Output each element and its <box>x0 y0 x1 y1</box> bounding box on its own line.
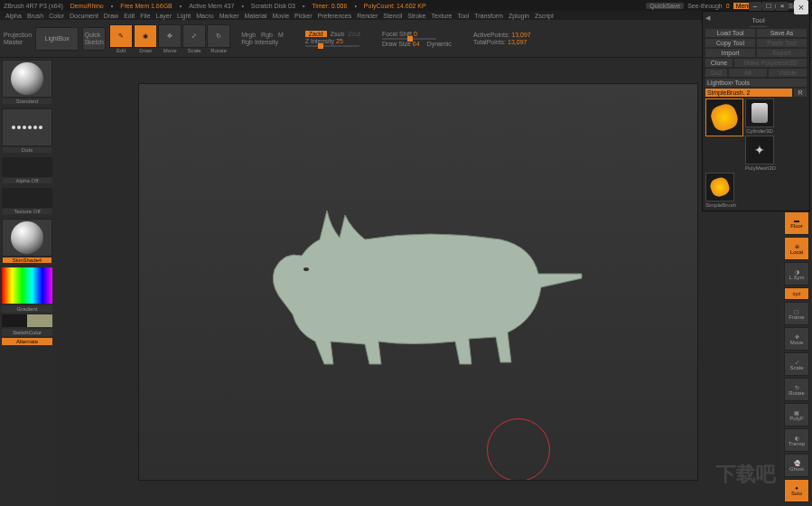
top-shelf: ProjectionMaster LightBox QuickSketch ✎E… <box>0 20 812 58</box>
draw-button[interactable]: ◉ <box>134 24 157 48</box>
minimize-button[interactable]: – <box>749 2 761 11</box>
goz-visible-button[interactable]: Visible <box>769 69 807 77</box>
lightbox-tools-button[interactable]: Lightbox› Tools <box>705 79 807 87</box>
z-intensity-slider[interactable] <box>305 45 359 47</box>
menu-texture[interactable]: Texture <box>431 13 452 19</box>
rotate-button[interactable]: ↻ <box>207 24 230 48</box>
edit-button[interactable]: ✎ <box>109 24 133 48</box>
alternate-button[interactable]: Alternate <box>2 338 52 345</box>
stroke-preview[interactable]: Dots <box>2 108 52 146</box>
menu-render[interactable]: Render <box>357 13 378 19</box>
save-as-button[interactable]: Save As <box>757 29 807 37</box>
nav-move-button[interactable]: ✥Move <box>784 327 809 351</box>
material-preview[interactable]: SkinShade4 <box>2 219 52 257</box>
menu-zplugin[interactable]: Zplugin <box>509 13 529 19</box>
transp-button[interactable]: ◐Transp <box>784 428 809 452</box>
canvas[interactable] <box>138 83 698 481</box>
export-button[interactable]: Export <box>757 49 807 57</box>
zsub-button[interactable]: Zsub <box>331 31 345 37</box>
gradient-button[interactable]: Gradient <box>2 305 52 313</box>
alpha-preview[interactable]: Alpha Off <box>2 157 52 177</box>
zcut-button[interactable]: Zcut <box>348 31 360 37</box>
move-button[interactable]: ✥ <box>158 24 182 48</box>
menu-movie[interactable]: Movie <box>272 13 289 19</box>
win-close-button[interactable]: × <box>776 2 789 11</box>
lightbox-button[interactable]: LightBox <box>35 27 79 51</box>
free-mem: Free Mem 1.66GB <box>120 3 173 9</box>
zadd-button[interactable]: Zadd <box>305 31 327 37</box>
maximize-button[interactable]: □ <box>762 2 775 11</box>
texture-preview[interactable]: Texture Off <box>2 188 52 208</box>
load-tool-button[interactable]: Load Tool <box>705 29 755 37</box>
tool-polymesh3d[interactable]: ✦ <box>745 136 774 164</box>
color-picker[interactable] <box>2 267 52 304</box>
tool-r-button[interactable]: R <box>794 89 807 97</box>
menu-brush[interactable]: Brush <box>27 13 43 19</box>
model-rhino[interactable] <box>247 183 591 382</box>
tool-simplebrush-large[interactable] <box>705 98 743 136</box>
polyf-button[interactable]: ▦PolyF <box>784 403 809 426</box>
menu-alpha[interactable]: Alpha <box>5 13 22 19</box>
brush-preview[interactable]: Standard <box>2 60 52 98</box>
menu-zscript[interactable]: Zscript <box>535 13 554 19</box>
dynamic-button[interactable]: Dynamic <box>427 41 452 47</box>
color-swatches[interactable] <box>2 314 52 327</box>
tool-simplebrush-small[interactable] <box>705 173 734 201</box>
menu-stroke[interactable]: Stroke <box>407 13 425 19</box>
import-button[interactable]: Import <box>705 49 755 57</box>
clone-button[interactable]: Clone <box>705 59 733 67</box>
nav-rotate-button[interactable]: ↻Rotate <box>784 378 809 401</box>
timer: Timer: 0.006 <box>312 3 347 9</box>
paste-tool-button[interactable]: Paste Tool <box>757 39 807 47</box>
focal-shift-value[interactable]: 0 <box>414 31 417 37</box>
menu-tool[interactable]: Tool <box>457 13 469 19</box>
menu-marker[interactable]: Marker <box>219 13 239 19</box>
quicksave-button[interactable]: QuickSave <box>646 3 684 9</box>
menu-transform[interactable]: Transform <box>474 13 503 19</box>
current-tool-name[interactable]: SimpleBrush. 2 <box>705 89 792 97</box>
menu-preferences[interactable]: Preferences <box>318 13 352 19</box>
projection-master-button[interactable]: ProjectionMaster <box>4 32 32 45</box>
scale-button[interactable]: ⤢ <box>182 24 206 48</box>
seethrough-value[interactable]: 0 <box>726 3 730 9</box>
menu-macro[interactable]: Macro <box>196 13 213 19</box>
m-button[interactable]: M <box>278 32 284 38</box>
make-polymesh-button[interactable]: Make PolyMesh3D <box>734 59 807 67</box>
local-button[interactable]: ⊕Local <box>784 237 809 260</box>
menu-file[interactable]: File <box>140 13 150 19</box>
polycount: PolyCount: 14.602 KP <box>364 3 426 9</box>
menu-light[interactable]: Light <box>177 13 191 19</box>
menu-stencil[interactable]: Stencil <box>383 13 402 19</box>
menu-material[interactable]: Material <box>244 13 266 19</box>
xyz-button[interactable]: xyz <box>784 287 809 300</box>
frame-button[interactable]: ▢Frame <box>784 302 809 325</box>
close-overlay-button[interactable]: × <box>794 0 808 14</box>
floor-button[interactable]: ▬Floor <box>784 211 809 235</box>
ghost-button[interactable]: 👻Ghost <box>784 454 809 477</box>
menu-layer[interactable]: Layer <box>156 13 173 19</box>
menu-bar: Alpha Brush Color Document Draw Edit Fil… <box>0 11 812 20</box>
scratch: Scratch Disk 03 <box>251 3 295 9</box>
draw-size-value[interactable]: 64 <box>413 41 420 47</box>
z-intensity-value[interactable]: 25 <box>336 38 343 44</box>
left-tray: Standard Dots Alpha Off Texture Off Skin… <box>0 58 54 506</box>
transform-gizmo[interactable] <box>487 418 550 481</box>
quick-sketch-button[interactable]: QuickSketch <box>82 27 106 51</box>
menu-edit[interactable]: Edit <box>124 13 135 19</box>
copy-tool-button[interactable]: Copy Tool <box>705 39 755 47</box>
menu-picker[interactable]: Picker <box>294 13 312 19</box>
tool-cylinder3d[interactable] <box>745 98 774 127</box>
lsym-button[interactable]: ◑L.Sym <box>784 262 809 286</box>
nav-scale-button[interactable]: ⤢Scale <box>784 352 809 376</box>
menu-color[interactable]: Color <box>49 13 64 19</box>
rgb-button[interactable]: Rgb <box>261 32 273 38</box>
viewport[interactable] <box>54 58 781 506</box>
solo-button[interactable]: ●Solo <box>784 479 809 502</box>
goz-button[interactable]: GoZ <box>705 69 727 77</box>
focal-shift-slider[interactable] <box>382 38 436 40</box>
mrgb-button[interactable]: Mrgb <box>241 32 256 38</box>
menu-document[interactable]: Document <box>70 13 98 19</box>
goz-all-button[interactable]: All <box>729 69 767 77</box>
menu-draw[interactable]: Draw <box>104 13 118 19</box>
switchcolor-button[interactable]: SwitchColor <box>2 329 52 336</box>
